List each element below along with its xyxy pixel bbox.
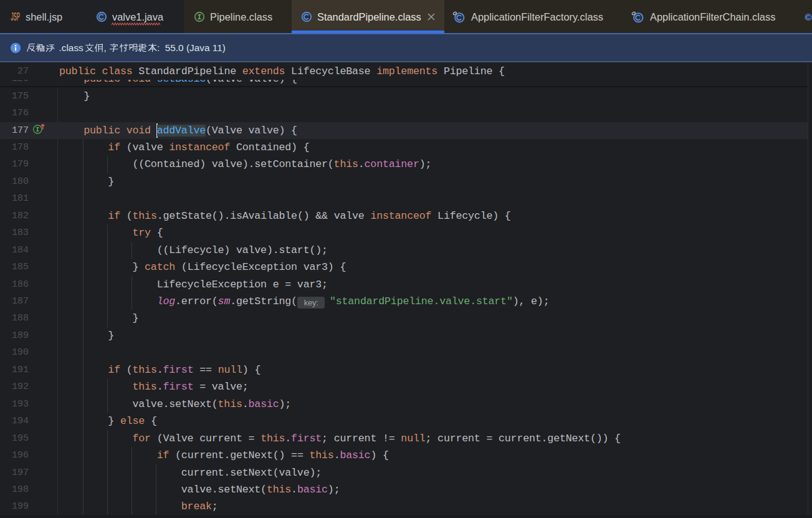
svg-text:JSP: JSP <box>11 12 20 22</box>
